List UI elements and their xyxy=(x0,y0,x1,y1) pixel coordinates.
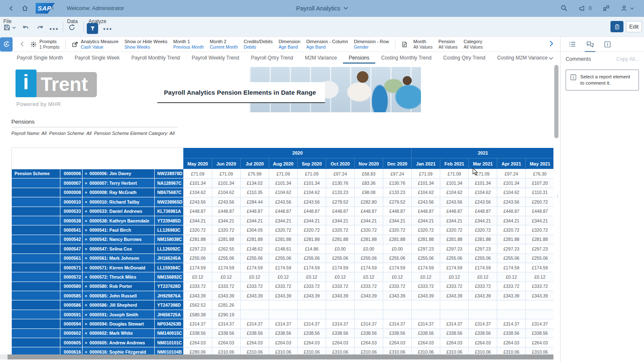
value-cell[interactable]: £101.34 xyxy=(440,178,469,188)
value-cell[interactable] xyxy=(241,300,269,310)
value-cell[interactable]: £101.34 xyxy=(497,178,526,188)
value-cell[interactable]: £338.56 xyxy=(412,328,440,338)
value-cell[interactable] xyxy=(355,310,383,319)
value-cell[interactable]: £304.05 xyxy=(241,225,269,235)
value-cell[interactable]: £174.59 xyxy=(355,263,383,272)
value-cell[interactable]: £344.21 xyxy=(212,216,241,225)
value-cell[interactable]: £343.39 xyxy=(298,291,326,300)
value-cell[interactable]: £134.02 xyxy=(241,178,269,188)
value-cell[interactable]: £281.88 xyxy=(298,235,326,244)
ni-number-cell[interactable]: NM010101C xyxy=(155,338,184,347)
value-cell[interactable]: £101.34 xyxy=(298,178,326,188)
value-cell[interactable]: £0.00 xyxy=(326,244,355,253)
comments-panel-tab[interactable] xyxy=(586,37,594,52)
value-cell[interactable] xyxy=(298,300,326,310)
value-cell[interactable]: £314.37 xyxy=(298,319,326,328)
value-cell[interactable]: £255.06 xyxy=(212,253,241,263)
vertical-scrollbar[interactable] xyxy=(554,65,558,138)
ribbon-item-analytics-measure[interactable]: Analytics MeasureCash Value xyxy=(72,39,119,49)
ribbon-item-credits-debits[interactable]: Credits/DebitsDebits xyxy=(244,39,273,49)
value-cell[interactable]: £264.03 xyxy=(269,338,298,347)
value-cell[interactable]: £281.88 xyxy=(440,235,469,244)
value-cell[interactable]: £320.72 xyxy=(412,225,440,235)
value-cell[interactable]: £344.21 xyxy=(469,216,497,225)
value-cell[interactable] xyxy=(469,310,497,319)
ni-number-cell[interactable]: YT237628D xyxy=(155,282,184,291)
horizontal-scrollbar-track[interactable] xyxy=(0,354,553,359)
value-cell[interactable] xyxy=(355,300,383,310)
value-cell[interactable]: £0.12 xyxy=(526,272,553,282)
value-cell[interactable] xyxy=(269,310,298,319)
value-cell[interactable]: £448.87 xyxy=(412,207,440,216)
value-cell[interactable]: £264.03 xyxy=(440,338,469,347)
value-cell[interactable]: £255.06 xyxy=(355,253,383,263)
value-cell[interactable]: £174.59 xyxy=(412,263,440,272)
value-cell[interactable] xyxy=(383,310,412,319)
value-cell[interactable]: £314.37 xyxy=(497,319,526,328)
value-cell[interactable]: £101.34 xyxy=(469,178,497,188)
value-cell[interactable]: £0.12 xyxy=(469,272,497,282)
value-cell[interactable]: £338.56 xyxy=(326,328,355,338)
value-cell[interactable]: £104.62 xyxy=(269,188,298,197)
year-header[interactable]: 2021 xyxy=(412,148,553,158)
pension-scheme-cell[interactable] xyxy=(12,272,60,282)
value-cell[interactable]: £264.03 xyxy=(526,338,553,347)
value-cell[interactable]: £344.21 xyxy=(355,216,383,225)
employee-id-cell[interactable]: 0000594 xyxy=(60,319,83,328)
value-cell[interactable]: £344.21 xyxy=(326,216,355,225)
value-cell[interactable]: £110.35 xyxy=(241,188,269,197)
value-cell[interactable]: £297.23 xyxy=(469,244,497,253)
ribbon-item-dimension-row[interactable]: Dimension - RowGender xyxy=(354,39,389,49)
value-cell[interactable]: £71.09 xyxy=(412,169,440,178)
employee-name-cell[interactable]: «0000008: Ray McGrath xyxy=(83,188,155,197)
value-cell[interactable]: £290.19 xyxy=(212,310,241,319)
value-cell[interactable]: £243.56 xyxy=(440,197,469,207)
value-cell[interactable]: £101.34 xyxy=(412,178,440,188)
value-cell[interactable]: £338.56 xyxy=(469,328,497,338)
collapse-icon[interactable]: « xyxy=(84,266,88,269)
employee-id-cell[interactable]: 0000538 xyxy=(60,216,83,225)
value-cell[interactable]: £338.56 xyxy=(269,328,298,338)
value-cell[interactable]: £174.59 xyxy=(440,263,469,272)
edit-button[interactable]: Edit xyxy=(626,21,642,32)
value-cell[interactable]: £255.06 xyxy=(383,253,412,263)
employee-name-cell[interactable]: «0000585: John Russell xyxy=(83,291,155,300)
file-overflow-button[interactable]: ●●● xyxy=(49,27,59,31)
value-cell[interactable]: £333.72 xyxy=(440,282,469,291)
ni-number-cell[interactable]: NA128967C xyxy=(155,178,184,188)
value-cell[interactable]: £448.87 xyxy=(526,207,553,216)
value-cell[interactable]: £101.34 xyxy=(184,178,212,188)
value-cell[interactable]: £148.62 xyxy=(241,244,269,253)
month-header[interactable]: Feb 2021 xyxy=(440,158,469,169)
ribbon-item-show-or-hide-weeks[interactable]: Show or Hide WeeksShow Weeks xyxy=(125,39,168,49)
value-cell[interactable]: £0.12 xyxy=(383,272,412,282)
value-cell[interactable]: £344.21 xyxy=(298,216,326,225)
ni-number-cell[interactable]: NW238978D xyxy=(155,169,184,178)
value-cell[interactable]: £343.39 xyxy=(184,291,212,300)
value-cell[interactable]: £448.87 xyxy=(326,207,355,216)
value-cell[interactable]: £0.12 xyxy=(184,272,212,282)
user-menu[interactable] xyxy=(621,5,634,12)
value-cell[interactable] xyxy=(383,300,412,310)
ni-number-cell[interactable]: NM158038C xyxy=(155,235,184,244)
value-cell[interactable] xyxy=(440,300,469,310)
value-cell[interactable]: £133.23 xyxy=(383,188,412,197)
value-cell[interactable]: £264.03 xyxy=(497,338,526,347)
pension-scheme-cell[interactable] xyxy=(12,310,60,319)
value-cell[interactable]: £0.12 xyxy=(440,272,469,282)
value-cell[interactable]: £284.44 xyxy=(241,197,269,207)
value-cell[interactable]: £297.23 xyxy=(412,244,440,253)
collapse-icon[interactable]: « xyxy=(84,323,88,326)
value-cell[interactable] xyxy=(440,310,469,319)
value-cell[interactable]: £344.21 xyxy=(383,216,412,225)
value-cell[interactable]: £130.76 xyxy=(383,178,412,188)
value-cell[interactable]: £71.09 xyxy=(269,169,298,178)
collapse-icon[interactable]: « xyxy=(84,285,88,288)
value-cell[interactable] xyxy=(469,300,497,310)
value-cell[interactable]: £255.06 xyxy=(326,253,355,263)
app-title-dropdown[interactable]: Payroll Analytics xyxy=(296,5,348,12)
value-cell[interactable]: £0.12 xyxy=(355,272,383,282)
menu-file[interactable]: File xyxy=(3,18,11,24)
value-cell[interactable]: £314.37 xyxy=(269,319,298,328)
employee-id-cell[interactable]: 0000586 xyxy=(60,300,83,310)
